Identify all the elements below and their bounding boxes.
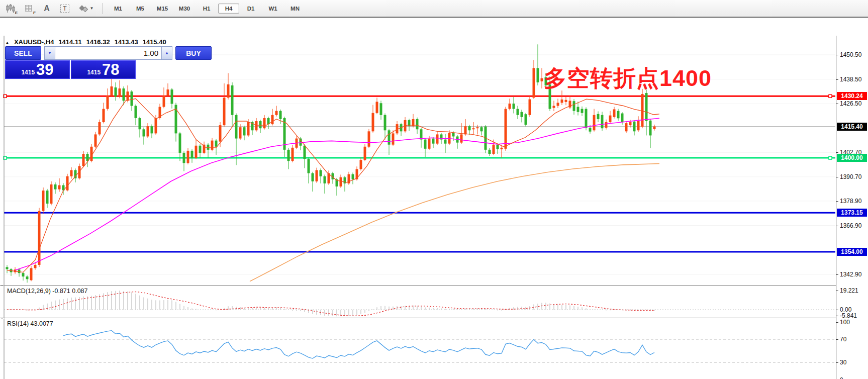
macd-axis-label: -5.841: [840, 312, 857, 319]
colors-dropdown-button[interactable]: ▼: [75, 2, 98, 15]
chart-annotation-text[interactable]: 多空转折点1400: [544, 63, 712, 93]
rsi-axis-tick: [836, 362, 838, 363]
rsi-indicator-pane[interactable]: RSI(14) 43.0077: [0, 319, 836, 379]
sell-price-pips: 39: [36, 62, 53, 77]
chevron-down-icon: ▼: [90, 6, 94, 11]
text-tool-icon: T: [60, 5, 69, 13]
price-level-badge: 1400.00: [837, 154, 867, 162]
rsi-canvas[interactable]: [0, 319, 836, 379]
text-tool-button[interactable]: T: [57, 2, 72, 15]
cursor-mode-button[interactable]: A: [39, 2, 54, 15]
price-level-badge: 1415.40: [837, 123, 867, 131]
price-axis[interactable]: 1450.501438.501426.501402.701390.701378.…: [836, 36, 868, 379]
volume-input[interactable]: [55, 46, 161, 60]
grid-icon: [25, 5, 32, 12]
price-axis-label: 1366.90: [840, 222, 861, 229]
grid-sub-label: F: [33, 11, 36, 15]
ohlc-open: 1414.11: [58, 38, 81, 46]
timeframe-button-h1[interactable]: H1: [196, 4, 217, 14]
macd-label: MACD(12,26,9) -0.871 0.087: [7, 288, 88, 295]
candlestick-chart-icon: [6, 4, 16, 13]
macd-axis-label: 19.221: [840, 287, 858, 294]
rsi-axis-label: 70: [840, 336, 846, 343]
timeframe-button-d1[interactable]: D1: [240, 4, 261, 14]
chart-window: ▲XAUUSD-,H41414.111416.321413.431415.40 …: [0, 17, 868, 375]
timeframe-button-mn[interactable]: MN: [284, 4, 306, 14]
timeframe-button-m5[interactable]: M5: [130, 4, 151, 14]
price-level-badge: 1373.15: [837, 209, 867, 217]
one-click-trading-widget: SELL ▼ ▲ BUY 1415 39 1415 78: [5, 46, 135, 79]
symbol-title: XAUUSD-,H4: [14, 38, 54, 46]
rsi-axis-label: 0: [840, 376, 843, 379]
price-axis-tick: [836, 104, 838, 104]
toolbar-separator: [103, 3, 103, 14]
price-level-badge: 1354.00: [837, 248, 867, 256]
price-axis-label: 1378.90: [840, 198, 861, 205]
chart-style-sub-label: E: [15, 11, 18, 15]
timeframe-button-m30[interactable]: M30: [174, 4, 195, 14]
price-axis-label: 1438.50: [840, 76, 861, 83]
price-axis-tick: [836, 152, 838, 153]
macd-axis-tick: [836, 316, 838, 316]
ohlc-low: 1413.43: [115, 38, 138, 46]
sell-quote-panel[interactable]: 1415 39: [5, 60, 70, 79]
price-axis-label: 1450.50: [840, 51, 861, 58]
price-axis-label: 1426.50: [840, 100, 861, 107]
rsi-axis-tick: [836, 339, 838, 340]
rsi-axis-label: 100: [840, 319, 850, 326]
timeframe-button-h4[interactable]: H4: [218, 4, 239, 14]
timeframe-button-m15[interactable]: M15: [152, 4, 173, 14]
volume-decrease-button[interactable]: ▼: [44, 46, 55, 60]
symbol-arrow-icon: ▲: [5, 40, 10, 45]
price-axis-tick: [836, 55, 838, 55]
buy-price-big-figure: 1415: [87, 67, 101, 77]
timeframe-button-w1[interactable]: W1: [262, 4, 283, 14]
letter-a-icon: A: [44, 4, 50, 13]
colors-icon: [79, 5, 88, 12]
top-toolbar: E F A T ▼ M1M5M15M30H1H4D1W1MN: [0, 0, 868, 17]
rsi-label: RSI(14) 43.0077: [7, 320, 53, 327]
sell-price-big-figure: 1415: [21, 67, 35, 77]
sell-button[interactable]: SELL: [5, 46, 41, 60]
price-axis-label: 1390.70: [840, 173, 861, 180]
price-level-badge: 1430.24: [837, 92, 867, 100]
mt4-terminal: E F A T ▼ M1M5M15M30H1H4D1W1MN ▲XAUUSD-,…: [0, 0, 868, 379]
price-axis-tick: [836, 79, 838, 80]
timeframe-button-group: M1M5M15M30H1H4D1W1MN: [107, 4, 306, 14]
main-price-pane[interactable]: ▲XAUUSD-,H41414.111416.321413.431415.40 …: [0, 36, 836, 286]
macd-axis-tick: [836, 291, 838, 291]
ohlc-high: 1416.32: [86, 38, 110, 46]
macd-indicator-pane[interactable]: MACD(12,26,9) -0.871 0.087: [0, 286, 836, 318]
grid-toggle-icon[interactable]: F: [21, 2, 36, 15]
rsi-axis-tick: [836, 322, 838, 323]
volume-increase-button[interactable]: ▲: [161, 46, 172, 60]
macd-axis-tick: [836, 310, 838, 310]
timeframe-button-m1[interactable]: M1: [108, 4, 129, 14]
rsi-axis-label: 30: [840, 359, 846, 366]
macd-canvas[interactable]: [0, 286, 836, 318]
buy-price-pips: 78: [102, 62, 119, 77]
price-axis-label: 1342.90: [840, 271, 861, 278]
price-axis-tick: [836, 177, 838, 177]
symbol-ohlc-bar: ▲XAUUSD-,H41414.111416.321413.431415.40: [5, 38, 171, 46]
buy-button[interactable]: BUY: [175, 46, 212, 60]
chart-style-icon[interactable]: E: [3, 2, 18, 15]
price-axis-tick: [836, 201, 838, 202]
price-axis-tick: [836, 226, 838, 226]
buy-quote-panel[interactable]: 1415 78: [71, 60, 136, 79]
ohlc-close: 1415.40: [143, 38, 166, 46]
price-axis-tick: [836, 274, 838, 275]
